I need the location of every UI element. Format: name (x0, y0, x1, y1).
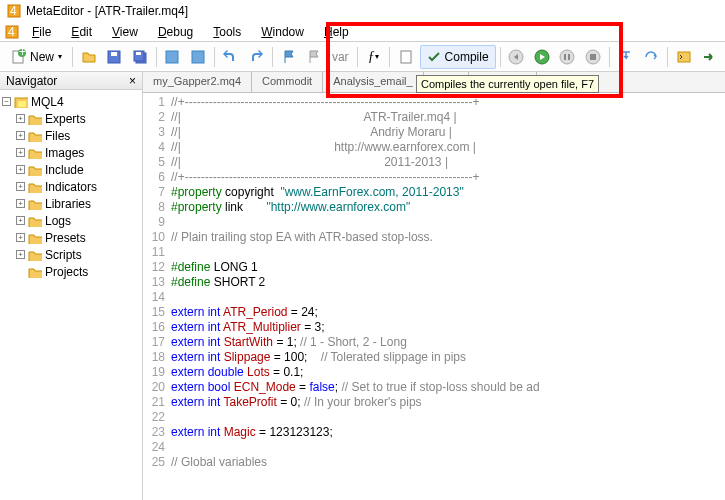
step-into-button[interactable] (614, 45, 638, 69)
code-line[interactable]: 23extern int Magic = 123123123; (143, 425, 725, 440)
code-line[interactable]: 20extern bool ECN_Mode = false; // Set t… (143, 380, 725, 395)
line-number: 25 (143, 455, 171, 470)
expand-icon[interactable]: + (16, 114, 25, 123)
code-line[interactable]: 14 (143, 290, 725, 305)
open-button[interactable] (77, 45, 101, 69)
folder-icon (28, 232, 42, 244)
code-line[interactable]: 17extern int StartWith = 1; // 1 - Short… (143, 335, 725, 350)
line-number: 8 (143, 200, 171, 215)
code-line[interactable]: 21extern int TakeProfit = 0; // In your … (143, 395, 725, 410)
tree-item-logs[interactable]: +Logs (2, 212, 140, 229)
code-line[interactable]: 8#property link "http://www.earnforex.co… (143, 200, 725, 215)
code-line[interactable]: 2//| ATR-Trailer.mq4 | (143, 110, 725, 125)
editor-area: my_Gapper2.mq4CommoditAnalysis_email_.mq… (143, 72, 725, 500)
menu-tools[interactable]: Tools (203, 23, 251, 41)
line-number: 2 (143, 110, 171, 125)
menu-file[interactable]: File (22, 23, 61, 41)
menu-window[interactable]: Window (251, 23, 314, 41)
menu-debug[interactable]: Debug (148, 23, 203, 41)
expand-icon[interactable]: + (16, 250, 25, 259)
tree-item-libraries[interactable]: +Libraries (2, 195, 140, 212)
tree-item-images[interactable]: +Images (2, 144, 140, 161)
tree-item-scripts[interactable]: +Scripts (2, 246, 140, 263)
code-line[interactable]: 4//| http://www.earnforex.com | (143, 140, 725, 155)
editor-tab[interactable]: Commodit (252, 72, 323, 92)
function-icon: ƒ (368, 49, 375, 65)
copy-button[interactable] (186, 45, 210, 69)
code-line[interactable]: 10// Plain trailing stop EA with ATR-bas… (143, 230, 725, 245)
save-button[interactable] (103, 45, 127, 69)
debug-stop-button[interactable] (581, 45, 605, 69)
tree-root[interactable]: − MQL4 (2, 93, 140, 110)
code-line[interactable]: 25// Global variables (143, 455, 725, 470)
bookmark-button[interactable] (277, 45, 301, 69)
function-button[interactable]: ƒ▾ (362, 45, 386, 69)
expand-icon[interactable]: + (16, 148, 25, 157)
code-line[interactable]: 24 (143, 440, 725, 455)
code-line[interactable]: 11 (143, 245, 725, 260)
debug-pause-button[interactable] (556, 45, 580, 69)
app-icon: 4 (6, 3, 22, 19)
svg-rect-14 (401, 51, 411, 63)
expand-icon[interactable]: + (16, 199, 25, 208)
tree-item-include[interactable]: +Include (2, 161, 140, 178)
editor-tab[interactable]: Analysis_email_ (323, 72, 423, 92)
editor-tab[interactable]: my_Gapper2.mq4 (143, 72, 252, 92)
send-button[interactable] (697, 45, 721, 69)
step-over-button[interactable] (639, 45, 663, 69)
expand-icon[interactable]: + (16, 182, 25, 191)
menu-view[interactable]: View (102, 23, 148, 41)
new-button[interactable]: + New ▾ (4, 45, 68, 69)
document-icon (398, 49, 414, 65)
redo-button[interactable] (244, 45, 268, 69)
tree-item-files[interactable]: +Files (2, 127, 140, 144)
expand-icon[interactable]: + (16, 216, 25, 225)
line-number: 23 (143, 425, 171, 440)
code-line[interactable]: 16extern int ATR_Multiplier = 3; (143, 320, 725, 335)
compile-button[interactable]: Compile (420, 45, 496, 69)
save-all-button[interactable] (128, 45, 152, 69)
code-line[interactable]: 22 (143, 410, 725, 425)
navigator-panel: Navigator × − MQL4 +Experts+Files+Images… (0, 72, 143, 500)
styler-button[interactable] (394, 45, 418, 69)
code-line[interactable]: 9 (143, 215, 725, 230)
debug-start-button[interactable] (530, 45, 554, 69)
line-number: 13 (143, 275, 171, 290)
save-icon (106, 49, 122, 65)
tree-item-projects[interactable]: Projects (2, 263, 140, 280)
cut-button[interactable] (161, 45, 185, 69)
folder-icon (28, 215, 42, 227)
tree-item-presets[interactable]: +Presets (2, 229, 140, 246)
code-line[interactable]: 3//| Andriy Moraru | (143, 125, 725, 140)
code-line[interactable]: 19extern double Lots = 0.1; (143, 365, 725, 380)
save-all-icon (132, 49, 148, 65)
bookmark-prev-button[interactable] (302, 45, 326, 69)
debug-back-button[interactable] (505, 45, 529, 69)
line-number: 20 (143, 380, 171, 395)
folder-icon (28, 266, 42, 278)
expand-icon[interactable]: + (16, 233, 25, 242)
terminal-button[interactable] (672, 45, 696, 69)
svg-rect-22 (678, 52, 690, 62)
code-editor[interactable]: 1//+------------------------------------… (143, 93, 725, 472)
code-line[interactable]: 7#property copyright "www.EarnForex.com,… (143, 185, 725, 200)
line-number: 15 (143, 305, 171, 320)
code-line[interactable]: 15extern int ATR_Period = 24; (143, 305, 725, 320)
menu-help[interactable]: Help (314, 23, 359, 41)
code-line[interactable]: 12#define LONG 1 (143, 260, 725, 275)
close-icon[interactable]: × (129, 74, 136, 88)
expand-icon[interactable]: + (16, 131, 25, 140)
flag-icon (281, 49, 297, 65)
tree-item-indicators[interactable]: +Indicators (2, 178, 140, 195)
undo-button[interactable] (219, 45, 243, 69)
menu-edit[interactable]: Edit (61, 23, 102, 41)
code-line[interactable]: 6//+------------------------------------… (143, 170, 725, 185)
code-line[interactable]: 18extern int Slippage = 100; // Tolerate… (143, 350, 725, 365)
folder-icon (28, 147, 42, 159)
code-line[interactable]: 1//+------------------------------------… (143, 95, 725, 110)
tree-item-experts[interactable]: +Experts (2, 110, 140, 127)
code-line[interactable]: 13#define SHORT 2 (143, 275, 725, 290)
expand-icon[interactable]: + (16, 165, 25, 174)
code-line[interactable]: 5//| 2011-2013 | (143, 155, 725, 170)
collapse-icon[interactable]: − (2, 97, 11, 106)
